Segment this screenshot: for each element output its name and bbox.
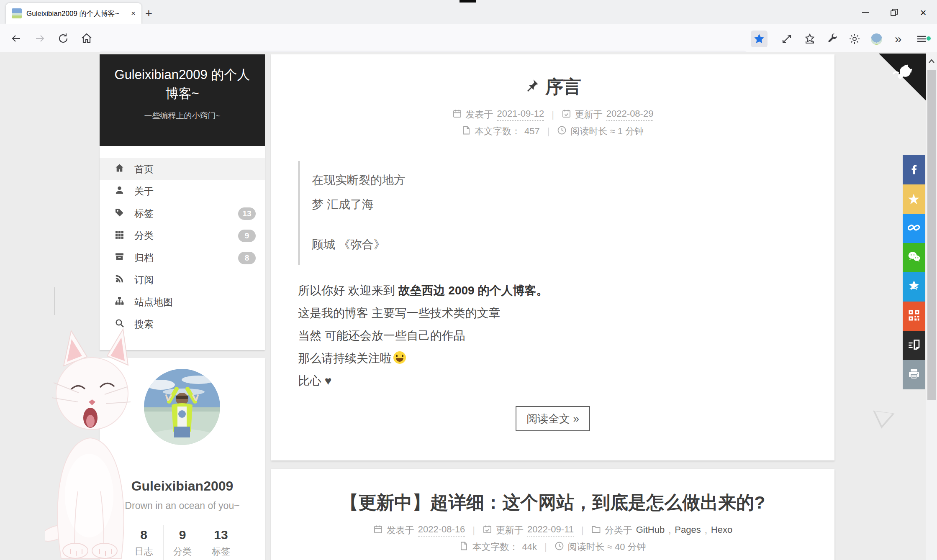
menu-label: 标签 xyxy=(134,207,154,220)
readtime-meta: 阅读时长 ≈ 40 分钟 xyxy=(554,541,646,553)
wordcount-meta: 本文字数： 457 xyxy=(462,125,540,138)
wordcount-meta: 本文字数： 44k xyxy=(460,541,537,553)
post-title[interactable]: 【更新中】超详细：这个网站，到底是怎么做出来的? xyxy=(271,491,834,515)
body-text: 那么请持续关注啦 xyxy=(298,352,392,365)
sidebar-item-about[interactable]: 关于 xyxy=(100,180,265,202)
archive-count-badge: 8 xyxy=(238,252,256,264)
published-date[interactable]: 2022-08-16 xyxy=(418,524,465,537)
restore-button[interactable] xyxy=(885,4,904,21)
menu-label: 关于 xyxy=(134,185,154,198)
stat-value: 8 xyxy=(125,528,163,542)
facebook-share-button[interactable] xyxy=(903,155,925,184)
stat-label: 日志 xyxy=(125,545,163,558)
browser-tab[interactable]: Guleixibian2009 的个人博客~ × xyxy=(6,3,141,24)
sidebar-item-rss[interactable]: 订阅 xyxy=(100,269,265,291)
author-avatar[interactable] xyxy=(144,369,220,445)
sidebar-item-sitemap[interactable]: 站点地图 xyxy=(100,291,265,313)
sidebar-item-categories[interactable]: 分类 9 xyxy=(100,225,265,247)
tab-close-icon[interactable]: × xyxy=(131,9,136,18)
new-tab-button[interactable]: + xyxy=(145,6,152,21)
comma: , xyxy=(668,525,671,536)
site-title[interactable]: Guleixibian2009 的个人博客~ xyxy=(100,54,265,103)
stat-label: 标签 xyxy=(202,545,240,558)
file-icon xyxy=(462,125,471,138)
wechat-icon xyxy=(907,250,921,265)
forward-icon[interactable] xyxy=(32,31,48,46)
sidebar-item-tags[interactable]: 标签 13 xyxy=(100,202,265,225)
user-icon xyxy=(115,185,124,197)
printer-icon xyxy=(908,368,920,382)
read-more-button[interactable]: 阅读全文 » xyxy=(516,406,590,431)
save-to-pocket-icon[interactable] xyxy=(801,31,818,47)
published-date[interactable]: 2021-09-12 xyxy=(497,108,544,121)
post-title[interactable]: 序言 xyxy=(271,75,834,99)
updated-date[interactable]: 2022-08-29 xyxy=(606,108,654,121)
readtime-meta: 阅读时长 ≈ 1 分钟 xyxy=(557,125,644,138)
stat-tags[interactable]: 13 标签 xyxy=(202,525,240,560)
updated-label: 更新于 xyxy=(575,108,603,121)
meta-separator: | xyxy=(552,109,554,120)
overflow-chevrons-icon[interactable]: » xyxy=(890,31,906,47)
scrollbar-thumb[interactable] xyxy=(927,70,936,400)
tags-count-badge: 13 xyxy=(238,207,256,220)
print-button[interactable] xyxy=(903,360,925,389)
post-body: 在现实断裂的地方 梦 汇成了海 顾城 《弥合》 所以你好 欢迎来到 故垒西边 2… xyxy=(271,161,834,431)
reload-icon[interactable] xyxy=(55,31,71,46)
sidebar-item-search[interactable]: 搜索 xyxy=(100,313,265,335)
wrench-icon[interactable] xyxy=(824,31,841,47)
scroll-up-arrow[interactable] xyxy=(926,56,937,66)
site-subtitle: 一些编程上的小窍门~ xyxy=(100,110,265,121)
close-button[interactable]: × xyxy=(914,4,933,21)
read-mode-button[interactable] xyxy=(903,331,925,360)
sidebar-item-home[interactable]: 首页 xyxy=(100,158,265,180)
bookmark-star-icon[interactable] xyxy=(751,31,768,47)
wordcount-value: 44k xyxy=(522,542,537,552)
pin-icon xyxy=(524,77,539,97)
category-link-pages[interactable]: Pages xyxy=(675,524,701,536)
account-avatar[interactable] xyxy=(868,31,885,47)
github-corner[interactable] xyxy=(879,54,926,101)
copy-link-button[interactable] xyxy=(903,214,925,243)
site-header: Guleixibian2009 的个人博客~ 一些编程上的小窍门~ xyxy=(100,54,265,146)
notification-dot xyxy=(927,36,931,41)
categories-count-badge: 9 xyxy=(238,230,256,242)
page-scrollbar[interactable] xyxy=(926,52,937,560)
meta-separator: | xyxy=(547,126,550,137)
browser-toolbar: https://guleixibian2009.github.io » xyxy=(0,24,937,52)
wordcount-label: 本文字数： xyxy=(475,125,521,138)
back-icon[interactable] xyxy=(8,31,24,46)
category-link-github[interactable]: GitHub xyxy=(636,524,665,536)
stat-categories[interactable]: 9 分类 xyxy=(163,525,202,560)
qrcode-share-button[interactable] xyxy=(903,302,925,331)
published-meta: 发表于 2021-09-12 xyxy=(452,108,544,121)
sidebar-item-archive[interactable]: 归档 8 xyxy=(100,247,265,269)
category-link-hexo[interactable]: Hexo xyxy=(711,524,732,536)
sidebar-menu: 首页 关于 标签 13 分类 9 归档 8 xyxy=(100,146,265,350)
wechat-share-button[interactable] xyxy=(903,243,925,272)
updated-date[interactable]: 2022-09-11 xyxy=(527,524,574,537)
updated-label: 更新于 xyxy=(496,524,524,537)
app-menu-icon[interactable] xyxy=(913,31,930,47)
clock-icon xyxy=(557,125,567,138)
published-meta: 发表于 2022-08-16 xyxy=(373,524,465,537)
file-icon xyxy=(460,541,468,553)
folder-icon xyxy=(591,524,601,537)
facebook-icon xyxy=(908,163,920,177)
calendar-check-icon xyxy=(483,524,492,537)
fullscreen-icon[interactable] xyxy=(778,31,795,47)
stat-posts[interactable]: 8 日志 xyxy=(125,525,163,560)
search-icon xyxy=(115,318,124,330)
minimize-button[interactable] xyxy=(856,4,875,21)
gear-icon[interactable] xyxy=(846,31,863,47)
body-paragraph: 那么请持续关注啦 xyxy=(298,350,808,367)
qzone-share-button[interactable] xyxy=(903,272,925,302)
post-meta-line2: 本文字数： 44k | 阅读时长 ≈ 40 分钟 xyxy=(271,541,834,553)
intro-bold-text: 故垒西边 2009 的个人博客。 xyxy=(398,284,548,297)
author-card: Guleixibian2009 Drown in an ocean of you… xyxy=(100,358,265,560)
meta-separator: | xyxy=(472,525,475,536)
tag-icon xyxy=(115,207,124,220)
read-mode-icon xyxy=(907,338,921,353)
calendar-icon xyxy=(452,109,462,121)
home-icon[interactable] xyxy=(79,31,95,46)
favorite-share-button[interactable]: ★ xyxy=(903,184,925,214)
